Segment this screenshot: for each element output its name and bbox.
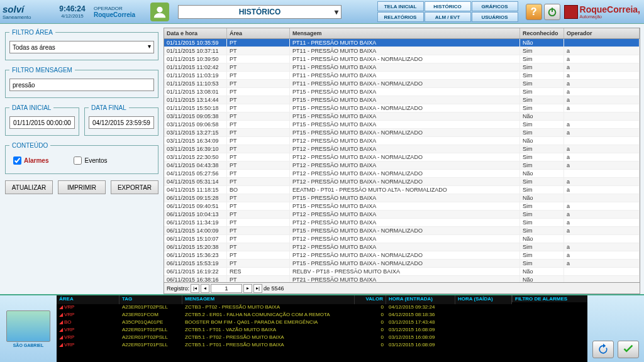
alarm-row[interactable]: ◢BOA35CP01QA01PEBOOSTER BOM FIM - QA01 -… bbox=[57, 319, 512, 327]
nav-record-input[interactable] bbox=[211, 284, 242, 293]
chk-alarmes[interactable]: Alarmes bbox=[13, 156, 48, 165]
date-initial-input[interactable] bbox=[9, 116, 75, 129]
alarm-row[interactable]: ◢VRPA23ER01FCOMZCTB5.2 - ER01 - FALHA NA… bbox=[57, 312, 512, 319]
table-row[interactable]: 06/11/2015 10:04:13PTPT12 - PRESSÃO MUIT… bbox=[164, 211, 640, 219]
date-final-group: DATA FINAL bbox=[84, 104, 158, 136]
table-row[interactable]: 06/11/2015 14:00:09PTPT15 - PRESSÃO MUIT… bbox=[164, 227, 640, 235]
table-row[interactable]: 03/11/2015 16:34:09PTPT12 - PRESSÃO MUIT… bbox=[164, 137, 640, 145]
table-row[interactable]: 03/11/2015 22:30:50PTPT12 - PRESSÃO MUIT… bbox=[164, 153, 640, 162]
nav-users[interactable]: USUÁRIOS bbox=[472, 12, 518, 22]
col-message[interactable]: Mensagem bbox=[290, 28, 520, 38]
power-icon[interactable] bbox=[544, 4, 560, 20]
acol-exit: HORA (SAÍDA) bbox=[455, 295, 512, 304]
logo-subtext: Saneamento bbox=[3, 14, 51, 20]
app-logo: solví Saneamento bbox=[0, 3, 53, 21]
top-bar: solví Saneamento 9:46:24 4/12/2015 OPERA… bbox=[0, 0, 644, 24]
alarm-strip: SÃO GABRIEL ÁREA TAG MENSAGEM VALOR HORA… bbox=[0, 294, 644, 362]
nav-buttons: TELA INICIAL HISTÓRICO GRÁFICOS RELATÓRI… bbox=[377, 1, 522, 22]
table-row[interactable]: 03/11/2015 09:05:38PTPT15 - PRESSÃO MUIT… bbox=[164, 112, 640, 121]
table-row[interactable]: 06/11/2015 09:15:28PTPT15 - PRESSÃO MUIT… bbox=[164, 194, 640, 202]
nav-next[interactable]: ▸ bbox=[243, 284, 252, 293]
acol-value: VALOR bbox=[355, 295, 386, 304]
table-row[interactable]: 01/11/2015 11:02:42PTPT11 - PRESSÃO MUIT… bbox=[164, 63, 640, 72]
grid-body[interactable]: 01/11/2015 10:35:59PTPT11 - PRESSÃO MUIT… bbox=[164, 39, 640, 282]
table-row[interactable]: 01/11/2015 10:35:59PTPT11 - PRESSÃO MUIT… bbox=[164, 39, 640, 47]
print-button[interactable]: IMPRIMIR bbox=[58, 180, 106, 194]
vendor-logo-icon bbox=[564, 5, 578, 19]
table-row[interactable]: 06/11/2015 09:40:51PTPT15 - PRESSÃO MUIT… bbox=[164, 202, 640, 211]
col-area[interactable]: Área bbox=[227, 28, 290, 38]
nav-reports[interactable]: RELATÓRIOS bbox=[377, 12, 424, 22]
table-row[interactable]: 04/11/2015 11:18:15BOEEATMD - PT01 - PRE… bbox=[164, 186, 640, 194]
vendor-brand: RoqueCorreia, Automação bbox=[564, 4, 640, 19]
table-row[interactable]: 03/11/2015 13:27:15PTPT15 - PRESSÃO MUIT… bbox=[164, 129, 640, 137]
chk-eventos-box[interactable] bbox=[74, 156, 82, 165]
site-name: SÃO GABRIEL bbox=[13, 343, 44, 348]
filter-area-legend: FILTRO ÁREA bbox=[9, 29, 55, 36]
nav-prev[interactable]: ◂ bbox=[201, 284, 209, 293]
table-row[interactable]: 01/11/2015 11:10:53PTPT11 - PRESSÃO MUIT… bbox=[164, 80, 640, 88]
date-initial-legend: DATA INICIAL bbox=[9, 104, 53, 111]
table-row[interactable]: 03/11/2015 16:39:10PTPT12 - PRESSÃO MUIT… bbox=[164, 145, 640, 153]
nav-alm-evt[interactable]: ALM / EVT bbox=[425, 12, 471, 22]
table-row[interactable]: 06/11/2015 15:36:23PTPT12 - PRESSÃO MUIT… bbox=[164, 251, 640, 260]
table-row[interactable]: 06/11/2015 15:20:38PTPT12 - PRESSÃO MUIT… bbox=[164, 243, 640, 251]
help-icon[interactable]: ? bbox=[526, 4, 542, 20]
col-operator[interactable]: Operador bbox=[564, 28, 640, 38]
alarm-row[interactable]: ◢VRPA22ER01PT02PSLLZCTB5.1 - PT02 - PRES… bbox=[57, 334, 512, 342]
table-row[interactable]: 06/11/2015 16:38:16PTPT21 - PRESSÃO MUIT… bbox=[164, 276, 640, 282]
table-row[interactable]: 06/11/2015 16:19:22RESRELBV - PT18 - PRE… bbox=[164, 268, 640, 276]
nav-history[interactable]: HISTÓRICO bbox=[425, 1, 471, 11]
acol-msg: MENSAGEM bbox=[182, 295, 355, 304]
nav-graphics[interactable]: GRÁFICOS bbox=[472, 1, 518, 11]
acol-tag: TAG bbox=[119, 295, 182, 304]
update-button[interactable]: ATUALIZAR bbox=[5, 180, 53, 194]
table-row[interactable]: 04/11/2015 05:31:14PTPT12 - PRESSÃO MUIT… bbox=[164, 178, 640, 186]
date-final-legend: DATA FINAL bbox=[89, 104, 129, 111]
table-row[interactable]: 01/11/2015 15:50:18PTPT15 - PRESSÃO MUIT… bbox=[164, 104, 640, 112]
grid-header: Data e hora Área Mensagem Reconhecido Op… bbox=[164, 28, 640, 39]
col-datetime[interactable]: Data e hora bbox=[164, 28, 227, 38]
table-row[interactable]: 04/11/2015 05:27:56PTPT12 - PRESSÃO MUIT… bbox=[164, 170, 640, 178]
alarm-ack-button[interactable] bbox=[618, 341, 639, 358]
alarm-refresh-button[interactable] bbox=[592, 341, 614, 358]
table-row[interactable]: 01/11/2015 11:03:19PTPT11 - PRESSÃO MUIT… bbox=[164, 72, 640, 80]
filter-msg-legend: FILTRO MENSAGEM bbox=[9, 67, 75, 74]
page-title-combo[interactable]: HISTÓRICO bbox=[178, 5, 341, 19]
alarm-filter-body bbox=[512, 302, 587, 362]
user-avatar-icon[interactable] bbox=[150, 3, 169, 21]
alarm-row[interactable]: ◢VRPA22ER01PT01PSLLZCTB5.1 - PT01 - PRES… bbox=[57, 342, 512, 349]
export-button[interactable]: EXPORTAR bbox=[111, 180, 158, 194]
nav-first[interactable]: |◂ bbox=[191, 284, 199, 293]
col-ack[interactable]: Reconhecido bbox=[520, 28, 564, 38]
table-row[interactable]: 06/11/2015 15:53:19PTPT15 - PRESSÃO MUIT… bbox=[164, 260, 640, 268]
table-row[interactable]: 01/11/2015 13:08:01PTPT15 - PRESSÃO MUIT… bbox=[164, 88, 640, 96]
filter-panel: FILTRO ÁREA FILTRO MENSAGEM DATA INICIAL… bbox=[0, 24, 164, 294]
alarm-filter-header[interactable]: FILTRO DE ALARMES bbox=[512, 295, 587, 302]
svg-point-0 bbox=[157, 6, 162, 12]
area-combo[interactable] bbox=[9, 41, 154, 53]
chk-eventos[interactable]: Eventos bbox=[74, 156, 107, 165]
table-row[interactable]: 01/11/2015 10:39:50PTPT11 - PRESSÃO MUIT… bbox=[164, 55, 640, 63]
clock: 9:46:24 4/12/2015 bbox=[53, 4, 91, 19]
alarm-row[interactable]: ◢VRPA23ER01PT02PSLLZCTB3 - PT02 - PRESSÃ… bbox=[57, 304, 512, 312]
table-row[interactable]: 03/11/2015 09:06:58PTPT15 - PRESSÃO MUIT… bbox=[164, 121, 640, 129]
table-row[interactable]: 01/11/2015 10:37:11PTPT11 - PRESSÃO MUIT… bbox=[164, 47, 640, 55]
table-row[interactable]: 04/11/2015 04:43:38PTPT12 - PRESSÃO MUIT… bbox=[164, 162, 640, 170]
alarm-body[interactable]: ◢VRPA23ER01PT02PSLLZCTB3 - PT02 - PRESSÃ… bbox=[57, 304, 512, 362]
nav-last[interactable]: ▸| bbox=[253, 284, 262, 293]
date-final-input[interactable] bbox=[89, 116, 154, 129]
clock-date: 4/12/2015 bbox=[53, 13, 91, 19]
chk-alarmes-box[interactable] bbox=[13, 156, 21, 165]
vendor-name: RoqueCorreia, bbox=[580, 4, 640, 14]
date-initial-group: DATA INICIAL bbox=[5, 104, 79, 136]
nav-label: Registro: bbox=[167, 285, 189, 292]
main-area: FILTRO ÁREA FILTRO MENSAGEM DATA INICIAL… bbox=[0, 24, 644, 294]
acol-entry: HORA (ENTRADA) bbox=[386, 295, 455, 304]
table-row[interactable]: 01/11/2015 13:14:44PTPT15 - PRESSÃO MUIT… bbox=[164, 96, 640, 104]
alarm-row[interactable]: ◢VRPA22ER01FT01PSLLZCTB5.1 - FT01 - VAZÃ… bbox=[57, 327, 512, 334]
message-filter-input[interactable] bbox=[9, 79, 154, 91]
table-row[interactable]: 06/11/2015 15:10:07PTPT12 - PRESSÃO MUIT… bbox=[164, 235, 640, 243]
nav-home[interactable]: TELA INICIAL bbox=[377, 1, 424, 11]
table-row[interactable]: 06/11/2015 11:34:19PTPT12 - PRESSÃO MUIT… bbox=[164, 219, 640, 227]
